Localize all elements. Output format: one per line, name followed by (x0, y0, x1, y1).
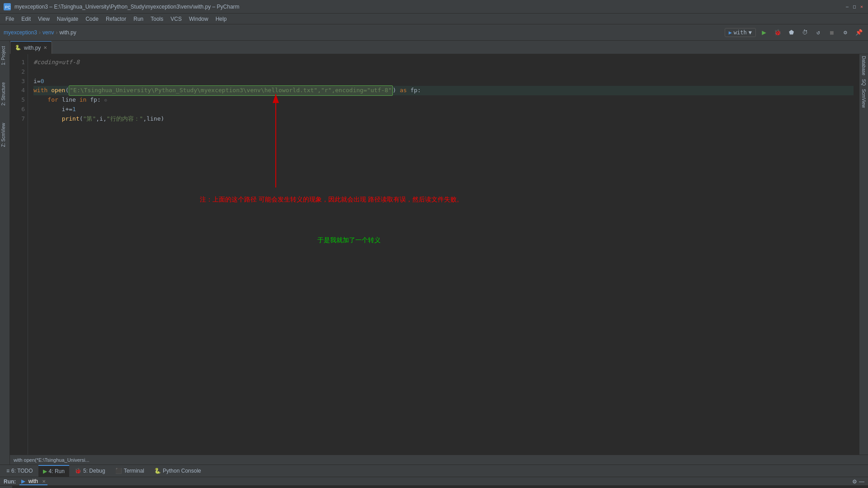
tab-debug-label: 5: Debug (83, 468, 105, 474)
file-tab-with[interactable]: 🐍 with.py ✕ (10, 41, 52, 54)
line-num-3: 3 (13, 77, 25, 86)
bottom-tabs-bar: ≡ 6: TODO ▶ 4: Run 🐞 5: Debug ⬛ Terminal… (0, 465, 868, 477)
python-file-icon: 🐍 (15, 45, 21, 51)
run-tab-name: with (28, 478, 38, 484)
sidebar-item-scmview[interactable]: Z: ScmView (0, 121, 9, 149)
panel-minimize-icon[interactable]: — (859, 479, 864, 485)
editor-status-bar: with open(*E:\Tsinghua_Universi... (10, 455, 868, 465)
profile-button[interactable]: ⏱ (799, 27, 810, 38)
tab-terminal-label: Terminal (124, 468, 144, 474)
tab-run[interactable]: ▶ 4: Run (38, 465, 69, 477)
scmview-panel-label[interactable]: ScmView (860, 87, 867, 110)
right-sidebar: Database SQ ScmView (859, 54, 868, 455)
bottom-tabs: ≡ 6: TODO ▶ 4: Run 🐞 5: Debug ⬛ Terminal… (2, 465, 206, 477)
line-num-7: 7 (13, 114, 25, 124)
breadcrumb-sep2: › (56, 29, 57, 36)
breadcrumb: myexception3 › venv › with.py (4, 29, 76, 36)
app-icon: PC (4, 3, 11, 10)
tab-python-console-label: Python Console (163, 468, 201, 474)
tab-todo-label: 6: TODO (11, 468, 33, 474)
line-num-4: 4 (13, 86, 25, 95)
menu-navigate[interactable]: Navigate (53, 14, 82, 24)
menu-tools[interactable]: Tools (147, 14, 167, 24)
panel-settings-icon[interactable]: ⚙ (852, 479, 857, 485)
left-tool-panel: 1: Project 2: Structure Z: ScmView (0, 41, 10, 465)
code-comment: #coding=utf-8 (33, 58, 80, 67)
run-panel-body: ▶ ■ ↺ ↑ ↓ ≡ ⇌ 📌 🖨 🗑 E:\Tsinghua_Universi… (0, 486, 868, 488)
settings-button[interactable]: ⚙ (840, 27, 851, 38)
annotation-text-1: 注：上面的这个路径 可能会发生转义的现象，因此就会出现 路径读取有误，然后读文件… (200, 194, 463, 204)
toolbar-left: myexception3 › venv › with.py (4, 29, 76, 36)
menu-file[interactable]: File (2, 14, 18, 24)
database-panel-label[interactable]: Database (860, 54, 867, 77)
code-line-3: i=0 (33, 77, 854, 86)
tab-run-label: 4: Run (49, 468, 65, 474)
code-line-1: #coding=utf-8 (33, 58, 854, 67)
line-num-2: 2 (13, 67, 25, 77)
tab-todo[interactable]: ≡ 6: TODO (2, 465, 38, 477)
sidebar-item-structure[interactable]: 2: Structure (0, 80, 9, 108)
svg-text:PC: PC (5, 5, 10, 9)
code-line-4: with open("E:\Tsinghua_University\Python… (33, 86, 854, 95)
tab-close-button[interactable]: ✕ (43, 45, 47, 50)
run-panel: Run: ▶ with ✕ ⚙ — ▶ ■ ↺ ↑ ↓ ≡ ⇌ 📌 🖨 🗑 E:… (0, 477, 868, 488)
run-config-dropdown[interactable]: ▶ with ▼ (725, 28, 756, 37)
minimize-button[interactable]: — (844, 4, 850, 9)
tab-terminal[interactable]: ⬛ Terminal (111, 465, 149, 477)
code-content[interactable]: #coding=utf-8 i=0 with open("E:\Tsinghua… (28, 54, 859, 455)
reload-button[interactable]: ↺ (813, 27, 824, 38)
menu-help[interactable]: Help (212, 14, 231, 24)
code-line-5: for line in fp: ⊙ (33, 95, 854, 105)
tab-python-console[interactable]: 🐍 Python Console (150, 465, 206, 477)
code-line-7: print("第",i,"行的内容：",line) (33, 114, 854, 124)
menu-window[interactable]: Window (185, 14, 212, 24)
toolbar: myexception3 › venv › with.py ▶ with ▼ ▶… (0, 24, 868, 41)
run-label: Run: (4, 479, 16, 485)
editor-container: 🐍 with.py ✕ 1 2 3 4 5 6 7 #coding=utf-8 (10, 41, 868, 465)
sqleditor-panel-label[interactable]: SQ (860, 77, 867, 87)
todo-icon: ≡ (6, 468, 9, 474)
run-panel-header: Run: ▶ with ✕ ⚙ — (0, 478, 868, 486)
close-button[interactable]: ✕ (859, 4, 864, 9)
tab-debug[interactable]: 🐞 5: Debug (70, 465, 110, 477)
titlebar-controls[interactable]: — □ ✕ (844, 4, 864, 9)
run-tab-close[interactable]: ✕ (42, 479, 46, 484)
run-config-chevron: ▼ (749, 29, 752, 36)
line-num-1: 1 (13, 58, 25, 67)
debug-button[interactable]: 🐞 (772, 27, 783, 38)
pin-button[interactable]: 📌 (854, 27, 864, 38)
code-editor[interactable]: 1 2 3 4 5 6 7 #coding=utf-8 i=0 (10, 54, 868, 455)
run-output: E:\Tsinghua_University\Python_Study\myex… (13, 486, 868, 488)
breadcrumb-sep1: › (39, 29, 41, 36)
breadcrumb-file[interactable]: with.py (59, 29, 76, 36)
run-button[interactable]: ▶ (759, 27, 769, 38)
run-tab-icon: ▶ (21, 478, 25, 484)
menubar: File Edit View Navigate Code Refactor Ru… (0, 14, 868, 24)
run-config-label: with (734, 29, 747, 36)
code-line-6: i+=1 (33, 105, 854, 114)
menu-vcs[interactable]: VCS (167, 14, 185, 24)
coverage-button[interactable]: ⬟ (786, 27, 797, 38)
stop-button[interactable]: ■ (826, 27, 837, 38)
menu-refactor[interactable]: Refactor (102, 14, 130, 24)
annotation-text-2: 于是我就加了一个转义 (317, 235, 381, 245)
tab-filename: with.py (24, 45, 41, 51)
editor-status-text: with open(*E:\Tsinghua_Universi... (14, 457, 90, 463)
breadcrumb-venv[interactable]: venv (42, 29, 54, 36)
code-line-2 (33, 67, 854, 77)
line-num-6: 6 (13, 105, 25, 114)
toolbar-right: ▶ with ▼ ▶ 🐞 ⬟ ⏱ ↺ ■ ⚙ 📌 (725, 27, 864, 38)
menu-run[interactable]: Run (130, 14, 147, 24)
line-numbers: 1 2 3 4 5 6 7 (10, 54, 28, 455)
run-left-tools: ▶ ■ ↺ ↑ ↓ ≡ ⇌ 📌 🖨 🗑 (0, 486, 13, 488)
breadcrumb-project[interactable]: myexception3 (4, 29, 37, 36)
file-tabs: 🐍 with.py ✕ (10, 41, 868, 54)
main-area: 1: Project 2: Structure Z: ScmView 🐍 wit… (0, 41, 868, 465)
python-console-icon: 🐍 (154, 468, 161, 474)
sidebar-item-project[interactable]: 1: Project (0, 44, 9, 67)
menu-edit[interactable]: Edit (18, 14, 34, 24)
menu-view[interactable]: View (34, 14, 53, 24)
run-tab-with[interactable]: ▶ with ✕ (19, 478, 47, 485)
maximize-button[interactable]: □ (852, 4, 857, 9)
menu-code[interactable]: Code (82, 14, 102, 24)
